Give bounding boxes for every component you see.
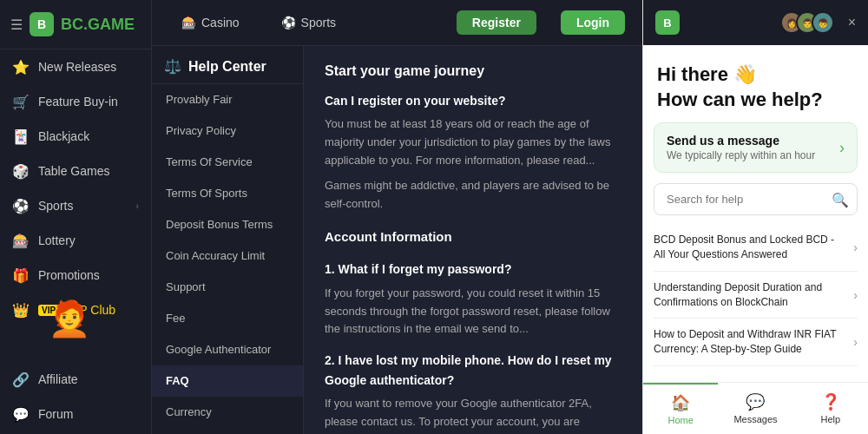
chat-article-2[interactable]: Understanding Deposit Duration and Confi… [654,272,858,319]
help-sidebar-header: ⚖️ Help Center [152,46,303,84]
sidebar-item-label: Promotions [38,268,100,282]
lottery-icon: 🎰 [12,232,30,249]
chat-message-arrow-icon: › [839,139,845,157]
hamburger-icon[interactable]: ☰ [10,16,23,33]
chat-message-subtitle: We typically reply within an hour [667,149,815,161]
intro-paragraph-1: You must be at least 18 years old or rea… [325,115,621,169]
intro-paragraph-2: Games might be addictive, and players ar… [325,177,621,214]
topbar: 🎰 Casino ⚽ Sports Register Login [152,0,642,46]
chat-article-3-text: How to Deposit and Withdraw INR FIAT Cur… [654,327,846,357]
chat-footer-messages-button[interactable]: 💬 Messages [718,383,792,434]
sidebar-item-blackjack[interactable]: 🃏 Blackjack [0,119,151,154]
gift-icon: 🎁 [12,266,30,284]
chat-article-1-arrow: › [853,240,858,254]
chat-search-input[interactable] [654,183,858,215]
sports-topbar-icon: ⚽ [281,16,296,30]
intro-title: Start your game journey [325,63,621,79]
chat-sub-greeting: How can we help? [657,89,823,110]
sidebar-item-lottery[interactable]: 🎰 Lottery [0,223,151,258]
help-nav-currency[interactable]: Currency [152,397,303,428]
help-center-title: Help Center [188,59,266,75]
help-nav-coin-accuracy[interactable]: Coin Accuracy Limit [152,240,303,272]
chat-logo: B [655,10,680,35]
chat-footer-messages-label: Messages [733,414,777,424]
sports-icon: ⚽ [12,197,30,214]
help-nav-fee[interactable]: Fee [152,303,303,334]
chat-footer-help-label: Help [821,414,841,424]
card-icon: 🃏 [12,128,30,145]
chat-avatars: 👩 👨 👦 [780,11,834,34]
cart-icon: 🛒 [12,93,30,110]
chat-article-1[interactable]: BCD Deposit Bonus and Locked BCD - All Y… [654,224,858,272]
sidebar-item-label: Lottery [38,233,76,247]
sidebar-item-sports[interactable]: ⚽ Sports › [0,188,151,223]
sports-button[interactable]: ⚽ Sports [269,10,348,35]
sidebar-item-label: Blackjack [38,129,89,143]
help-content-area: Start your game journey Can I register o… [304,46,642,434]
help-nav-privacy-policy[interactable]: Privacy Policy [152,115,303,147]
chat-avatar-3: 👦 [812,11,834,34]
chat-article-3[interactable]: How to Deposit and Withdraw INR FIAT Cur… [654,319,858,366]
chat-article-1-text: BCD Deposit Bonus and Locked BCD - All Y… [654,233,846,262]
sidebar-item-label: New Releases [38,60,116,74]
casino-icon: 🎰 [181,16,196,30]
chat-greeting: Hi there 👋 How can we help? [643,45,868,122]
help-nav-terms-of-service[interactable]: Terms Of Service [152,147,303,178]
forum-icon: 💬 [12,405,30,423]
help-nav-registration-login[interactable]: Registration and Login [152,428,303,434]
help-nav-google-auth[interactable]: Google Authenticator [152,334,303,365]
login-label: Login [576,16,609,30]
chat-message-title: Send us a message [667,134,815,148]
sidebar-item-table-games[interactable]: 🎲 Table Games [0,154,151,188]
sidebar-item-label: Forum [38,407,73,421]
chat-message-button[interactable]: Send us a message We typically reply wit… [654,122,858,173]
register-button[interactable]: Register [457,10,536,35]
sidebar-item-feature-buyin[interactable]: 🛒 Feature Buy-in [0,84,151,119]
help-icon: ❓ [821,392,840,411]
login-button[interactable]: Login [561,10,625,35]
logo-text: BC.GAME [61,16,135,34]
help-nav-support[interactable]: Support [152,272,303,303]
sidebar-item-forum[interactable]: 💬 Forum [0,397,151,431]
sidebar-item-vip[interactable]: 👑 VIP VIP Club 🧑‍🦰 [0,293,151,327]
affiliate-icon: 🔗 [12,371,30,388]
help-nav-deposit-bonus[interactable]: Deposit Bonus Terms [152,209,303,240]
chat-greeting-main: Hi there 👋 [657,63,757,85]
sidebar-item-label: Sports [38,199,73,213]
chat-article-3-arrow: › [853,335,858,349]
chat-greeting-text: Hi there 👋 How can we help? [657,62,854,112]
content-area: ⚖️ Help Center Provably Fair Privacy Pol… [152,46,642,434]
help-nav-terms-of-sports[interactable]: Terms Of Sports [152,178,303,209]
intro-question: Can I register on your website? [325,91,621,110]
help-nav-provably-fair[interactable]: Provably Fair [152,84,303,115]
chat-search[interactable]: 🔍 [654,183,858,215]
register-label: Register [472,16,521,30]
answer-2: If you want to remove your Google authen… [325,395,621,434]
question-2: 2. I have lost my mobile phone. How do I… [325,351,621,390]
chat-close-button[interactable]: × [848,15,856,30]
sidebar-item-label: Affiliate [38,372,78,386]
help-sidebar: ⚖️ Help Center Provably Fair Privacy Pol… [152,46,304,434]
logo-icon: B [30,12,54,36]
crown-icon: 👑 [12,301,30,319]
star-icon: ⭐ [12,58,30,76]
mario-character: 🧑‍🦰 [48,301,91,336]
casino-button[interactable]: 🎰 Casino [169,10,252,35]
chat-footer-home-button[interactable]: 🏠 Home [643,383,718,434]
chat-message-btn-content: Send us a message We typically reply wit… [667,134,815,161]
sidebar-item-label: Table Games [38,164,109,178]
help-nav-faq[interactable]: FAQ [152,365,303,397]
chat-footer-home-label: Home [667,415,693,425]
sidebar-item-affiliate[interactable]: 🔗 Affiliate [0,362,151,397]
chat-widget: B 👩 👨 👦 × Hi there 👋 How can we help? Se… [642,0,868,434]
sidebar-item-label: Feature Buy-in [38,95,118,108]
dice-icon: 🎲 [12,162,30,180]
chat-footer-help-button[interactable]: ❓ Help [793,383,868,434]
help-icon: ⚖️ [164,58,181,75]
casino-label: Casino [201,16,240,30]
main-content: 🎰 Casino ⚽ Sports Register Login ⚖️ Help… [152,0,642,434]
sidebar-item-promotions[interactable]: 🎁 Promotions [0,258,151,293]
sidebar-header: ☰ B BC.GAME [0,0,151,49]
home-icon: 🏠 [671,393,690,412]
sidebar-item-new-releases[interactable]: ⭐ New Releases [0,49,151,84]
